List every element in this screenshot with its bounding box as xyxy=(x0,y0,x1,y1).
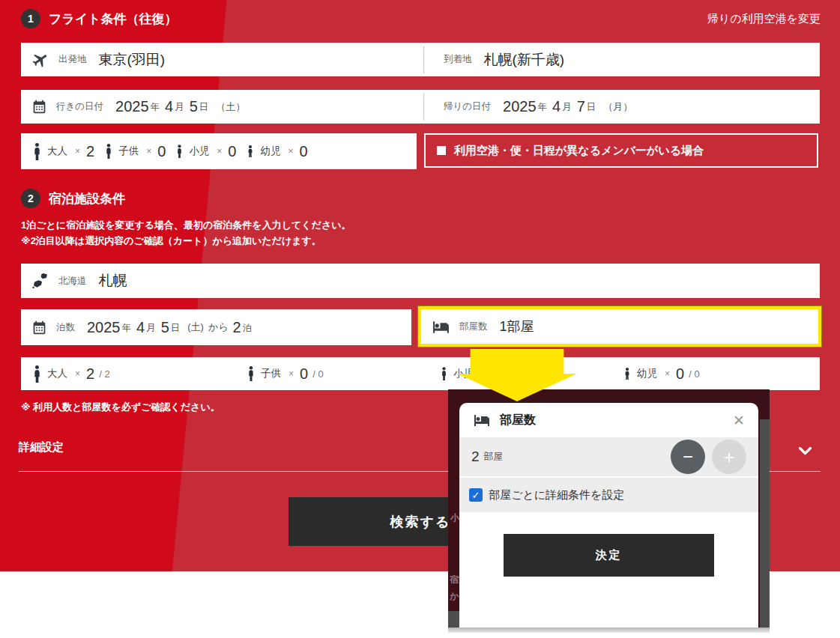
departure-value: 東京(羽田) xyxy=(99,50,166,70)
bed-icon xyxy=(432,318,450,336)
arrival-field[interactable]: 到着地 札幌(新千歳) xyxy=(424,46,820,73)
outbound-date-field[interactable]: 行きの日付 2025 年 4 月 5 日 （土） xyxy=(21,94,424,121)
confirm-button[interactable]: 決定 xyxy=(504,534,714,577)
arrival-label: 到着地 xyxy=(444,53,472,66)
change-return-airport-link[interactable]: 帰りの利用空港を変更 xyxy=(707,12,821,26)
popup-header: 部屋数 ✕ xyxy=(459,403,758,437)
small-child-person-icon xyxy=(176,145,183,158)
hotel-adult-group: 大人 × 2 / 2 xyxy=(33,365,110,383)
outbound-dow: （土） xyxy=(216,100,245,114)
detail-per-room-label: 部屋ごとに詳細条件を設定 xyxy=(489,488,624,502)
stay-year: 2025 xyxy=(87,319,121,336)
close-icon[interactable]: ✕ xyxy=(733,413,745,428)
hotel-child-label: 子供 xyxy=(261,367,281,380)
chevron-down-icon[interactable] xyxy=(799,447,812,455)
hotel-adult-max: 2 xyxy=(104,368,109,380)
toddler-person-icon xyxy=(247,145,254,157)
section-number-badge: 1 xyxy=(21,9,40,28)
hotel-toddler-group: 幼児 × 0 / 0 xyxy=(623,365,700,383)
hotel-toddler-count: 0 xyxy=(676,365,684,383)
small-child-label: 小児 xyxy=(189,145,209,158)
return-date-field[interactable]: 帰りの日付 2025 年 4 月 7 日 （月） xyxy=(424,94,820,121)
return-day: 7 xyxy=(577,98,585,115)
small-child-count: 0 xyxy=(228,143,236,160)
room-count-row: 2 部屋 − ＋ xyxy=(459,437,758,476)
room-count-number: 2 xyxy=(471,449,480,465)
toddler-label: 幼児 xyxy=(260,145,280,158)
increment-button[interactable]: ＋ xyxy=(712,440,746,474)
stay-month-unit: 月 xyxy=(146,322,156,335)
hotel-child-group: 子供 × 0 / 0 xyxy=(247,365,324,383)
return-month-unit: 月 xyxy=(562,101,572,114)
adult-person-icon xyxy=(33,365,41,383)
outbound-date-label: 行きの日付 xyxy=(56,100,103,113)
japan-map-icon xyxy=(31,273,49,289)
outbound-month-unit: 月 xyxy=(175,101,184,114)
calendar-icon xyxy=(31,320,47,335)
stay-connector: から xyxy=(208,320,229,334)
room-count-popup: 小 る 宿泊 から 部屋数 ✕ 2 部屋 − ＋ ✓ 部屋ごとに詳細条 xyxy=(448,389,770,633)
detail-per-room-option[interactable]: ✓ 部屋ごとに詳細条件を設定 xyxy=(459,478,758,512)
flight-section-header: 1 フライト条件（往復） xyxy=(21,9,178,28)
toddler-person-icon xyxy=(623,368,631,380)
dimmed-bg-block xyxy=(760,419,770,628)
stay-year-unit: 年 xyxy=(122,322,132,335)
departure-field[interactable]: 出発地 東京(羽田) xyxy=(21,46,424,73)
area-label: 北海道 xyxy=(58,275,87,288)
different-member-label: 利用空港・便・日程が異なるメンバーがいる場合 xyxy=(454,144,704,158)
calendar-icon xyxy=(31,99,47,115)
times-glyph: × xyxy=(75,368,80,379)
departure-label: 出発地 xyxy=(58,53,87,66)
dimmed-bg-block xyxy=(448,611,459,628)
flight-passenger-field[interactable]: 大人 × 2 子供 × 0 小児 × 0 幼児 × 0 xyxy=(21,133,417,169)
hotel-child-max: 0 xyxy=(318,368,323,380)
nights-label: 泊数 xyxy=(56,321,75,334)
outbound-day: 5 xyxy=(190,98,198,115)
hotel-child-count: 0 xyxy=(300,365,308,383)
hotel-adult-count: 2 xyxy=(86,365,94,383)
hotel-guest-field[interactable]: 大人 × 2 / 2 子供 × 0 / 0 小児 幼児 × 0 / 0 xyxy=(21,357,820,390)
adult-person-icon xyxy=(33,143,41,160)
detail-settings-toggle[interactable]: 詳細設定 xyxy=(19,440,64,455)
small-child-person-icon xyxy=(441,367,447,380)
different-member-option[interactable]: 利用空港・便・日程が異なるメンバーがいる場合 xyxy=(424,133,818,168)
hotel-area-field[interactable]: 北海道 札幌 xyxy=(21,264,820,298)
popup-footer: 決定 xyxy=(459,512,758,628)
hotel-note-line2: ※2泊目以降は選択内容のご確認（カート）から追加いただけます。 xyxy=(21,233,351,249)
checkbox-checked-icon[interactable]: ✓ xyxy=(469,488,483,502)
outbound-year-unit: 年 xyxy=(151,101,160,114)
times-glyph: × xyxy=(75,146,80,157)
child-person-icon xyxy=(247,366,255,381)
return-year-unit: 年 xyxy=(538,101,548,114)
nights-count: 2 xyxy=(233,319,241,336)
return-date-label: 帰りの日付 xyxy=(444,100,491,113)
nights-unit: 泊 xyxy=(243,322,253,335)
room-count-field[interactable]: 部屋数 1部屋 xyxy=(418,306,821,347)
return-year: 2025 xyxy=(503,98,537,115)
hotel-note: 1泊ごとに宿泊施設を変更する場合、最初の宿泊条件を入力してください。 ※2泊目以… xyxy=(21,217,351,249)
decrement-button[interactable]: − xyxy=(671,440,705,474)
child-person-icon xyxy=(105,144,112,159)
return-dow: （月） xyxy=(603,100,632,114)
room-count-unit: 部屋 xyxy=(484,450,671,464)
adult-label: 大人 xyxy=(47,145,67,158)
toddler-count-group: 幼児 × 0 xyxy=(247,143,307,160)
times-glyph: × xyxy=(146,146,151,157)
slash-glyph: / xyxy=(312,368,315,380)
times-glyph: × xyxy=(288,368,294,379)
hotel-adult-label: 大人 xyxy=(47,367,67,380)
date-row: 行きの日付 2025 年 4 月 5 日 （土） 帰りの日付 2025 年 4 … xyxy=(21,90,820,124)
section-number-badge: 2 xyxy=(21,189,40,208)
stay-day: 5 xyxy=(161,319,169,336)
bed-icon xyxy=(473,411,491,429)
airport-row: 出発地 東京(羽田) 到着地 札幌(新千歳) xyxy=(21,43,820,76)
airplane-icon xyxy=(31,51,49,69)
return-day-unit: 日 xyxy=(587,101,596,114)
slash-glyph: / xyxy=(689,368,692,380)
popup-title: 部屋数 xyxy=(500,413,733,428)
nights-field[interactable]: 泊数 2025 年 4 月 5 日 (土) から 2 泊 xyxy=(21,309,411,345)
stay-dow: (土) xyxy=(187,320,204,334)
checkbox-unchecked-icon[interactable] xyxy=(437,146,446,155)
stay-month: 4 xyxy=(136,319,145,336)
times-glyph: × xyxy=(665,368,670,379)
